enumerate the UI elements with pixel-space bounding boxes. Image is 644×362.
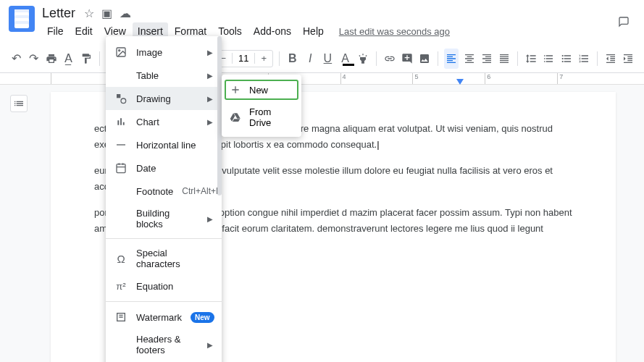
omega-icon: Ω: [114, 252, 127, 265]
new-badge: New: [191, 312, 214, 323]
menu-label: Watermark: [136, 312, 182, 323]
insert-chart[interactable]: Chart▶: [106, 110, 222, 133]
insert-footnote[interactable]: FootnoteCtrl+Alt+F: [106, 180, 222, 203]
svg-rect-4: [117, 144, 125, 145]
svg-rect-2: [117, 94, 120, 98]
menu-label: Special characters: [136, 248, 213, 269]
submenu-arrow-icon: ▶: [207, 95, 213, 103]
bullet-list-button[interactable]: [559, 49, 573, 69]
insert-headers-footers[interactable]: Headers & footers▶: [106, 329, 222, 361]
menu-label: Horizontal line: [136, 140, 213, 151]
font-size-control[interactable]: − 11 +: [214, 50, 273, 67]
menu-help[interactable]: Help: [298, 22, 329, 40]
underline-button[interactable]: U: [320, 49, 335, 69]
text-color-button[interactable]: A: [338, 49, 353, 69]
indent-increase-button[interactable]: [621, 49, 635, 69]
menu-label: Chart: [136, 117, 198, 127]
insert-menu-dropdown: Image▶Table▶Drawing▶Chart▶Horizontal lin…: [106, 36, 222, 362]
undo-button[interactable]: ↶: [9, 49, 23, 69]
menu-label: Footnote: [136, 186, 173, 197]
hr-icon: [114, 138, 127, 151]
ruler-tick: 5: [412, 73, 485, 84]
shortcut-label: Ctrl+Alt+F: [182, 186, 221, 196]
insert-special-characters[interactable]: ΩSpecial characters: [106, 243, 222, 274]
svg-point-1: [119, 50, 120, 51]
indent-decrease-button[interactable]: [603, 49, 618, 69]
submenu-arrow-icon: ▶: [207, 341, 213, 349]
spellcheck-button[interactable]: A̲: [62, 49, 76, 69]
align-center-button[interactable]: [461, 49, 476, 69]
insert-image-button[interactable]: [417, 49, 432, 69]
italic-button[interactable]: I: [303, 49, 317, 69]
submenu-arrow-icon: ▶: [207, 118, 213, 126]
menu-add-ons[interactable]: Add-ons: [248, 22, 296, 40]
docs-logo[interactable]: [9, 6, 35, 32]
bold-button[interactable]: B: [285, 49, 300, 69]
submenu-label: From Drive: [249, 106, 294, 128]
menu-label: Building blocks: [136, 208, 198, 230]
svg-rect-5: [117, 164, 125, 173]
redo-button[interactable]: ↷: [26, 49, 41, 69]
drawing-submenu: NewFrom Drive: [222, 75, 301, 137]
drawing-new[interactable]: New: [225, 80, 298, 100]
menu-label: Table: [136, 70, 198, 81]
move-icon[interactable]: ▣: [101, 7, 112, 20]
menu-file[interactable]: File: [42, 22, 69, 40]
menu-label: Image: [136, 47, 198, 58]
table-icon: [114, 69, 127, 82]
font-size-plus[interactable]: +: [255, 53, 272, 64]
line-spacing-button[interactable]: [524, 49, 538, 69]
star-icon[interactable]: ☆: [84, 7, 94, 20]
insert-horizontal-line[interactable]: Horizontal line: [106, 133, 222, 156]
ruler-tick: 6: [485, 73, 557, 84]
cloud-icon[interactable]: ☁: [120, 7, 131, 20]
date-icon: [114, 161, 127, 174]
align-left-button[interactable]: [444, 49, 459, 69]
ruler[interactable]: 1234567: [0, 73, 644, 85]
insert-building-blocks[interactable]: Building blocks▶: [106, 203, 222, 235]
menu-label: Headers & footers: [136, 334, 198, 355]
pi-icon: π²: [114, 279, 127, 292]
outline-toggle-icon[interactable]: [10, 95, 28, 112]
insert-link-button[interactable]: [382, 49, 397, 69]
print-button[interactable]: [44, 49, 59, 69]
menu-label: Drawing: [136, 93, 198, 104]
insert-date[interactable]: Date: [106, 156, 222, 180]
align-justify-button[interactable]: [497, 49, 511, 69]
checklist-button[interactable]: [541, 49, 556, 69]
submenu-arrow-icon: ▶: [207, 72, 213, 80]
submenu-arrow-icon: ▶: [207, 215, 213, 223]
font-size-value[interactable]: 11: [232, 53, 255, 64]
numbered-list-button[interactable]: [577, 49, 591, 69]
drawing-icon: [114, 92, 127, 105]
insert-image[interactable]: Image▶: [106, 41, 222, 64]
watermark-icon: [114, 311, 127, 324]
add-comment-button[interactable]: [400, 49, 414, 69]
insert-watermark[interactable]: WatermarkNew: [106, 306, 222, 329]
doc-title[interactable]: Letter: [42, 6, 75, 21]
plus-icon: [229, 83, 242, 96]
submenu-label: New: [249, 85, 268, 96]
toolbar: ↶ ↷ A̲ ▼ − 11 + B I U A: [0, 44, 644, 73]
ruler-indent-marker[interactable]: [456, 79, 464, 85]
menu-edit[interactable]: Edit: [70, 22, 98, 40]
comments-icon[interactable]: [618, 14, 630, 31]
drive-icon: [229, 111, 242, 124]
image-icon: [114, 46, 127, 59]
insert-drawing[interactable]: Drawing▶: [106, 87, 222, 110]
ruler-tick: 4: [340, 73, 413, 84]
insert-table[interactable]: Table▶: [106, 64, 222, 87]
align-right-button[interactable]: [480, 49, 494, 69]
svg-point-3: [121, 98, 126, 104]
drawing-from-drive[interactable]: From Drive: [222, 101, 301, 133]
highlight-button[interactable]: [356, 49, 370, 69]
menu-label: Equation: [136, 281, 213, 292]
paint-format-button[interactable]: [79, 49, 93, 69]
insert-equation[interactable]: π²Equation: [106, 274, 222, 298]
submenu-arrow-icon: ▶: [207, 49, 213, 56]
last-edit-link[interactable]: Last edit was seconds ago: [339, 26, 450, 37]
chart-icon: [114, 115, 127, 128]
menu-label: Date: [136, 163, 213, 174]
ruler-tick: 7: [557, 73, 630, 84]
